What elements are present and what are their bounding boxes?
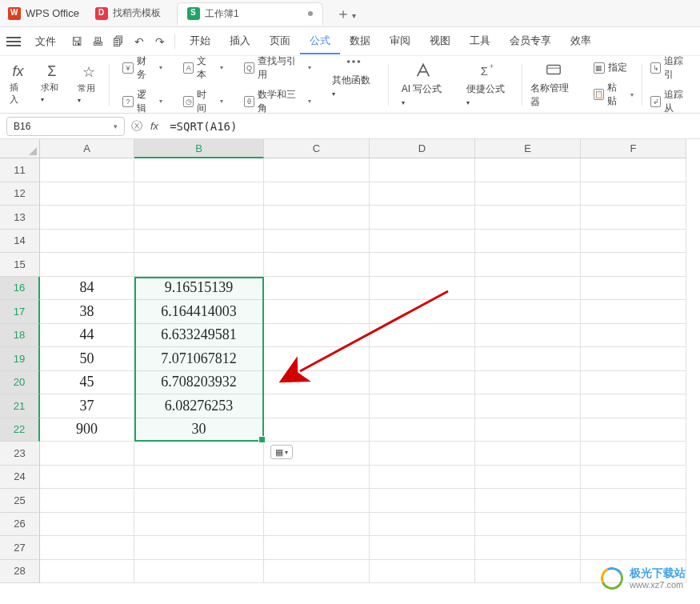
cell-grid[interactable]: 849.16515139386.164414003446.63324958150… (40, 158, 700, 604)
cell-C22[interactable] (264, 418, 370, 442)
row-head-25[interactable]: 25 (0, 489, 40, 513)
cell-F22[interactable] (581, 418, 686, 442)
ribbon-specify[interactable]: ▦指定 (590, 59, 637, 76)
menu-会员专享[interactable]: 会员专享 (500, 29, 561, 54)
cell-A11[interactable] (40, 158, 134, 182)
cell-B20[interactable]: 6.708203932 (134, 371, 264, 395)
print-icon[interactable]: 🖶 (88, 32, 107, 51)
cell-F26[interactable] (581, 513, 686, 537)
row-head-17[interactable]: 17 (0, 300, 40, 324)
cell-C21[interactable] (264, 394, 370, 418)
cell-B24[interactable] (134, 466, 264, 490)
row-head-20[interactable]: 20 (0, 371, 40, 395)
tab-template[interactable]: 找稻壳模板 (86, 2, 170, 25)
cell-C28[interactable] (264, 560, 370, 584)
menu-file[interactable]: 文件 (26, 30, 66, 54)
ribbon-insert-fn[interactable]: fx插入 (5, 62, 31, 107)
spreadsheet[interactable]: ABCDEF 111213141516171819202122232425262… (0, 139, 700, 604)
cell-D27[interactable] (370, 536, 475, 560)
redo-icon[interactable]: ↷ (150, 32, 170, 51)
cell-C15[interactable] (264, 253, 370, 277)
cell-F18[interactable] (581, 324, 686, 348)
col-head-B[interactable]: B (134, 139, 264, 158)
cell-F20[interactable] (581, 371, 686, 395)
cell-C20[interactable] (264, 371, 370, 395)
cell-F11[interactable] (581, 158, 686, 182)
row-head-19[interactable]: 19 (0, 347, 40, 371)
cell-C27[interactable] (264, 536, 370, 560)
ribbon-sum[interactable]: Σ求和 ▾ (36, 62, 68, 107)
cell-E11[interactable] (475, 158, 581, 182)
ribbon-other-fn[interactable]: 其他函数 ▾ (324, 51, 382, 118)
row-head-18[interactable]: 18 (0, 324, 40, 348)
cell-D16[interactable] (370, 277, 475, 301)
cell-E28[interactable] (475, 560, 581, 584)
cell-F23[interactable] (581, 442, 686, 466)
cell-D19[interactable] (370, 347, 475, 371)
cell-D14[interactable] (370, 230, 475, 254)
cell-A12[interactable] (40, 182, 134, 206)
row-head-27[interactable]: 27 (0, 536, 40, 560)
preview-icon[interactable]: 🗐 (109, 32, 128, 51)
cell-E13[interactable] (475, 206, 581, 230)
ribbon-trace-precedents[interactable]: ↳追踪引 (647, 53, 695, 83)
cell-A19[interactable]: 50 (40, 347, 134, 371)
row-head-12[interactable]: 12 (0, 182, 40, 206)
cell-A24[interactable] (40, 466, 134, 490)
col-head-C[interactable]: C (264, 139, 370, 158)
ribbon-common[interactable]: ☆常用 ▾ (73, 62, 105, 107)
row-head-14[interactable]: 14 (0, 230, 40, 254)
cell-C16[interactable] (264, 277, 370, 301)
cell-E19[interactable] (475, 347, 581, 371)
tab-add-button[interactable]: ＋▾ (333, 4, 359, 23)
cell-E24[interactable] (475, 466, 581, 490)
cell-A14[interactable] (40, 230, 134, 254)
ribbon-paste[interactable]: 📋粘贴▾ (590, 79, 637, 110)
menu-工具[interactable]: 工具 (460, 29, 500, 54)
cell-F15[interactable] (581, 253, 686, 277)
cell-F27[interactable] (581, 536, 686, 560)
cell-C13[interactable] (264, 206, 370, 230)
row-head-13[interactable]: 13 (0, 206, 40, 230)
cell-A15[interactable] (40, 253, 134, 277)
row-head-22[interactable]: 22 (0, 418, 40, 442)
row-head-21[interactable]: 21 (0, 394, 40, 418)
cell-E16[interactable] (475, 277, 581, 301)
cell-E21[interactable] (475, 394, 581, 418)
row-head-15[interactable]: 15 (0, 253, 40, 277)
cell-E23[interactable] (475, 442, 581, 466)
cell-B16[interactable]: 9.16515139 (134, 277, 264, 301)
cell-A22[interactable]: 900 (40, 418, 134, 442)
cell-D20[interactable] (370, 371, 475, 395)
cell-B27[interactable] (134, 536, 264, 560)
cell-A25[interactable] (40, 489, 134, 513)
cell-F14[interactable] (581, 230, 686, 254)
autofill-options-button[interactable]: ▦▾ (270, 445, 293, 459)
select-all-corner[interactable] (0, 139, 40, 158)
cell-E12[interactable] (475, 182, 581, 206)
cell-E22[interactable] (475, 418, 581, 442)
cell-B15[interactable] (134, 253, 264, 277)
cell-F13[interactable] (581, 206, 686, 230)
cell-C26[interactable] (264, 513, 370, 537)
cancel-formula-icon[interactable]: ⓧ (131, 119, 142, 134)
cell-D28[interactable] (370, 560, 475, 584)
cell-B23[interactable] (134, 442, 264, 466)
cell-D17[interactable] (370, 300, 475, 324)
cell-A18[interactable]: 44 (40, 324, 134, 348)
col-head-D[interactable]: D (370, 139, 475, 158)
cell-D24[interactable] (370, 466, 475, 490)
ribbon-math[interactable]: θ数学和三角▾ (241, 86, 314, 117)
col-head-F[interactable]: F (581, 139, 686, 158)
cell-C25[interactable] (264, 489, 370, 513)
cell-D25[interactable] (370, 489, 475, 513)
formula-input[interactable]: =SQRT(A16) (166, 118, 694, 134)
cell-F19[interactable] (581, 347, 686, 371)
cell-D26[interactable] (370, 513, 475, 537)
row-head-26[interactable]: 26 (0, 513, 40, 537)
name-box[interactable]: B16 ▾ (6, 117, 125, 136)
cell-D11[interactable] (370, 158, 475, 182)
cell-C14[interactable] (264, 230, 370, 254)
cell-B25[interactable] (134, 489, 264, 513)
cell-B14[interactable] (134, 230, 264, 254)
